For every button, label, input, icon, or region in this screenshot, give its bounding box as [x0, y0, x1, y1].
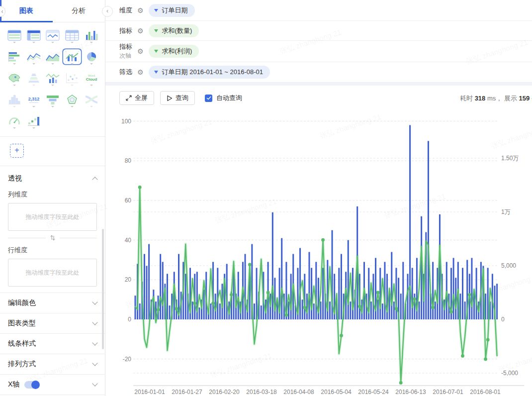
caret-down-icon: [71, 63, 74, 66]
chart-type-kpi-card-icon[interactable]: 2,312: [24, 91, 44, 112]
chart-type-trend-table-icon[interactable]: [43, 26, 63, 48]
chart-type-scatter-icon[interactable]: [63, 69, 82, 91]
chart-type-area-icon[interactable]: [43, 48, 63, 69]
chevron-down-icon: [92, 319, 97, 325]
combo-chart-canvas[interactable]: 100806040200-201.50万1万5,0000-5,0002016-0…: [105, 110, 532, 396]
caret-down-icon: [90, 85, 93, 88]
chart-type-combo-icon[interactable]: [63, 48, 82, 69]
pivot-title: 透视: [8, 174, 22, 183]
chart-type-waterfall-icon[interactable]: [24, 112, 44, 133]
gear-icon[interactable]: ⚙: [137, 27, 144, 35]
caret-down-icon: [71, 42, 74, 45]
svg-text:0: 0: [501, 316, 505, 323]
section-chart-type[interactable]: 图表类型: [0, 313, 105, 333]
play-icon: [167, 95, 173, 101]
measure-pill-sum-quantity[interactable]: 求和(数量): [149, 24, 199, 37]
chart-type-map-icon[interactable]: [5, 69, 24, 91]
section-edit-colors[interactable]: 编辑颜色: [0, 293, 105, 313]
section-label: 排列方式: [8, 360, 36, 369]
sidebar-scrollbar[interactable]: [102, 229, 104, 349]
chart-type-bar-icon[interactable]: [5, 48, 24, 69]
swap-arrows-icon[interactable]: [50, 235, 56, 241]
section-label: 编辑颜色: [8, 298, 36, 307]
svg-text:1.50万: 1.50万: [501, 155, 519, 162]
fullscreen-button[interactable]: 全屏: [119, 91, 154, 105]
chart-type-pyramid-icon[interactable]: [24, 69, 44, 91]
chart-type-column-icon[interactable]: [82, 26, 101, 48]
svg-text:60: 60: [125, 197, 132, 204]
chart-type-line-column-icon[interactable]: [43, 69, 63, 91]
chart-type-table-icon[interactable]: [24, 26, 44, 48]
chart-type-sankey-icon[interactable]: [82, 91, 101, 112]
divider: [8, 238, 46, 238]
auto-query-checkbox[interactable]: [205, 95, 212, 102]
dimension-label: 维度: [119, 6, 136, 15]
chart-type-funnel-icon[interactable]: [43, 91, 63, 112]
chart-type-crosstab-icon[interactable]: [5, 26, 24, 48]
query-status-text: 耗时 318 ms， 展示 159 条: [460, 94, 532, 103]
gear-icon[interactable]: ⚙: [137, 47, 144, 55]
chevron-down-icon: [92, 360, 97, 366]
caret-down-icon: [13, 106, 16, 109]
gear-icon[interactable]: ⚙: [137, 6, 144, 14]
dimension-row: 维度 ⚙ 订单日期: [105, 0, 532, 21]
chart-type-gauge-icon[interactable]: [5, 112, 24, 133]
svg-text:2016-06-13: 2016-06-13: [395, 389, 426, 396]
chart-toolbar: 全屏 查询 自动查询 耗时 318 ms， 展示 159 条: [105, 86, 532, 110]
chart-type-histogram-icon[interactable]: [5, 91, 24, 112]
caret-down-icon: [32, 127, 35, 130]
dropzone-placeholder: 拖动维度字段至此处: [26, 213, 80, 221]
caret-down-icon: [32, 85, 35, 88]
filter-row: 筛选 ⚙ 订单日期 2016-01-01 ~ 2016-08-01: [105, 62, 532, 83]
svg-text:2016-04-08: 2016-04-08: [283, 389, 314, 396]
gear-icon[interactable]: ⚙: [137, 68, 144, 76]
tab-analysis[interactable]: 分析: [53, 6, 105, 15]
add-chart-type-button[interactable]: +: [10, 144, 24, 158]
tab-chart[interactable]: 图表: [0, 6, 53, 15]
column-dimension-dropzone[interactable]: 拖动维度字段至此处: [8, 203, 97, 231]
caret-down-icon: [71, 106, 74, 109]
chart-type-radar-icon[interactable]: [63, 91, 82, 112]
column-dimension-label: 列维度: [0, 189, 105, 203]
dimension-pill-order-date[interactable]: 订单日期: [149, 4, 195, 17]
chart-type-wordcloud-icon[interactable]: Word Cloud: [82, 69, 101, 91]
svg-text:2016-07-01: 2016-07-01: [433, 389, 463, 396]
x-axis-toggle[interactable]: [24, 381, 39, 389]
section-line-style[interactable]: 线条样式: [0, 333, 105, 354]
filter-label: 筛选: [119, 68, 136, 77]
caret-down-icon: [154, 50, 158, 53]
svg-text:20: 20: [125, 276, 132, 283]
svg-text:5,000: 5,000: [501, 262, 516, 269]
svg-text:2016-05-04: 2016-05-04: [321, 389, 352, 396]
active-tab-underline: [0, 21, 53, 22]
chevron-up-icon: [92, 177, 97, 182]
chart-type-detail-table-icon[interactable]: [63, 26, 82, 48]
bi-chart-builder: { "sidebar": { "tabs": { "chart": "图表", …: [0, 0, 532, 396]
caret-down-icon: [32, 106, 35, 109]
caret-down-icon: [71, 85, 74, 88]
svg-text:-5,000: -5,000: [501, 370, 518, 377]
caret-down-icon: [90, 106, 93, 109]
section-x-axis[interactable]: X轴: [0, 374, 105, 395]
svg-text:2016-02-20: 2016-02-20: [209, 389, 240, 396]
caret-down-icon: [51, 85, 54, 88]
section-label: 线条样式: [8, 339, 36, 348]
section-arrangement[interactable]: 排列方式: [0, 354, 105, 374]
svg-text:2016-08-01: 2016-08-01: [470, 389, 501, 396]
pivot-section-header[interactable]: 透视: [0, 168, 105, 189]
check-icon: [206, 96, 211, 100]
fullscreen-icon: [126, 95, 132, 101]
caret-down-icon: [154, 29, 158, 32]
chart-config-sidebar: 图表 分析: [0, 0, 105, 396]
row-dimension-dropzone[interactable]: 拖动维度字段至此处: [8, 259, 97, 287]
filter-pill-order-date-range[interactable]: 订单日期 2016-01-01 ~ 2016-08-01: [149, 66, 270, 79]
measure-pill-sum-profit[interactable]: 求和(利润): [149, 45, 199, 58]
collapse-sidebar-button[interactable]: ‹: [102, 6, 113, 17]
secondary-measure-row: 指标 次轴 ⚙ 求和(利润): [105, 41, 532, 62]
chart-type-line-icon[interactable]: [24, 48, 44, 69]
wordcloud-cloud-text: Cloud: [86, 77, 97, 82]
caret-down-icon: [13, 42, 16, 45]
chart-type-pie-icon[interactable]: [82, 48, 101, 69]
section-label: X轴: [8, 380, 19, 389]
query-button[interactable]: 查询: [160, 91, 195, 105]
